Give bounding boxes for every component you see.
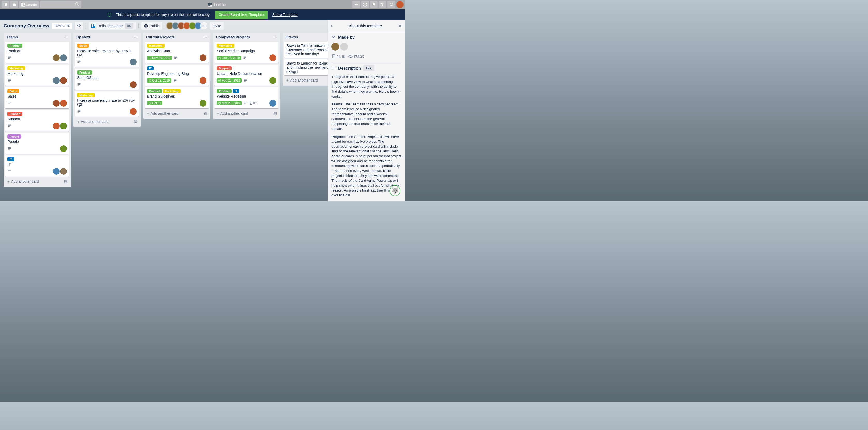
add-card-button[interactable]: ＋ Add another card [145,110,209,117]
card[interactable]: SupportUpdate Help Documentation Feb 20,… [214,65,278,86]
trello-logo[interactable]: Trello [83,2,351,7]
card[interactable]: MarketingMarketing [5,65,69,86]
card-member-avatar[interactable] [200,55,207,61]
card-member-avatar[interactable] [130,108,137,115]
notifications-button[interactable] [370,1,378,8]
board-title[interactable]: Company Overview [4,23,49,29]
card-member-avatar[interactable] [53,100,60,107]
card[interactable]: MarketingAnalytics Data Nov 24, 2019 [145,42,209,63]
about-sidebar: ‹ About this template ✕ Made by 21.4K 17… [328,20,405,201]
card-member-avatar[interactable] [53,168,60,175]
list-menu-button[interactable]: ⋯ [204,35,207,39]
card-member-avatar[interactable] [270,55,276,61]
logo-icon [208,3,212,7]
description-icon [77,110,81,113]
description-icon [244,101,247,105]
svg-rect-75 [205,112,207,113]
label-red: Support [217,66,232,70]
card-member-avatar[interactable] [60,123,67,129]
card[interactable]: SalesSales [5,87,69,108]
svg-rect-52 [65,181,67,183]
card[interactable]: ITIT [5,155,69,176]
desc-badge [7,56,11,60]
card-footer [7,168,67,175]
card[interactable]: SalesIncrease sales revenue by 30% in Q3 [75,42,139,67]
add-card-button[interactable]: ＋ Add another card [214,110,278,117]
sidebar-close-button[interactable]: ✕ [398,23,402,29]
card[interactable]: PeoplePeople [5,133,69,154]
helper-button[interactable]: 🐺 [390,185,400,196]
member-count[interactable]: +12 [200,22,208,29]
create-button[interactable] [352,1,360,8]
card-member-avatar[interactable] [60,145,67,152]
list: Up Next⋯SalesIncrease sales revenue by 3… [73,33,141,127]
due-badge: Oct 18, 2019 [147,78,171,82]
card[interactable]: ITDevelop Engineering Blog Oct 18, 2019 [145,65,209,86]
home-button[interactable] [10,1,18,8]
info-button[interactable] [361,1,369,8]
list-menu-button[interactable]: ⋯ [273,35,277,39]
card-member-avatar[interactable] [53,77,60,84]
card-member-avatar[interactable] [53,123,60,129]
list-title[interactable]: Current Projects [146,35,175,39]
list-title[interactable]: Completed Projects [216,35,250,39]
label-green: Product [147,89,162,93]
list-menu-button[interactable]: ⋯ [134,35,137,39]
card-member-avatar[interactable] [270,100,276,107]
maker-avatar[interactable] [340,43,348,51]
settings-button[interactable] [388,1,395,8]
card[interactable]: ProductMarketingBrand Guidelines Oct 17 [145,87,209,108]
star-button[interactable] [75,22,83,30]
template-icon-button[interactable] [273,111,277,116]
card-member-avatar[interactable] [270,77,276,84]
visibility-button[interactable]: Public [141,22,162,30]
card-footer: Mar 20, 2019 0/5 [217,100,276,107]
create-from-template-button[interactable]: Create Board from Template [215,10,268,19]
card[interactable]: ProductProduct [5,42,69,63]
list-title[interactable]: Bravos [286,35,298,39]
card-member-avatar[interactable] [130,59,137,65]
search-input[interactable] [40,1,82,8]
boards-button[interactable]: Boards [19,1,39,8]
card-member-avatar[interactable] [60,168,67,175]
card-members [200,55,207,61]
list-title[interactable]: Up Next [76,35,90,39]
user-avatar[interactable] [396,1,404,8]
card-member-avatar[interactable] [60,100,67,107]
edit-description-button[interactable]: Edit [364,65,374,71]
card-badges: Mar 20, 2019 0/5 [217,101,257,105]
info-icon [363,3,367,7]
card-badges: Oct 17 [147,101,162,105]
share-template-link[interactable]: Share Template [272,13,298,17]
sidebar-back-button[interactable]: ‹ [331,23,333,28]
template-icon-button[interactable] [64,179,68,184]
team-button[interactable]: Trello TemplatesBC [89,22,136,30]
list-title[interactable]: Teams [7,35,18,39]
card-member-avatar[interactable] [130,81,137,88]
template-icon-button[interactable] [204,111,207,116]
add-card-button[interactable]: ＋ Add another card [5,178,69,185]
card[interactable]: ProductITWebsite Redesign Mar 20, 2019 0… [214,87,278,108]
card[interactable]: MarketingSocial Media Campaign Jan 23, 2… [214,42,278,63]
card[interactable]: ProductShip iOS app [75,69,139,90]
gift-button[interactable] [379,1,386,8]
maker-avatar[interactable] [332,43,339,51]
template-icon-button[interactable] [134,120,137,124]
svg-rect-3 [4,4,4,5]
board-members[interactable]: +12 [168,22,208,29]
card[interactable]: SupportSupport [5,110,69,131]
label-green: Product [217,89,232,93]
description-header: Description Edit [332,65,401,71]
svg-rect-91 [274,112,276,113]
list-menu-button[interactable]: ⋯ [64,35,68,39]
add-card-button[interactable]: ＋ Add another card [75,118,139,126]
card-member-avatar[interactable] [200,77,207,84]
card[interactable]: MarketingIncrease conversion rate by 20%… [75,91,139,117]
card-member-avatar[interactable] [53,55,60,61]
invite-button[interactable]: Invite [210,22,224,30]
card-title: Develop Engineering Blog [147,71,207,76]
card-member-avatar[interactable] [60,77,67,84]
card-member-avatar[interactable] [60,55,67,61]
card-member-avatar[interactable] [200,100,207,107]
apps-button[interactable] [2,1,9,8]
